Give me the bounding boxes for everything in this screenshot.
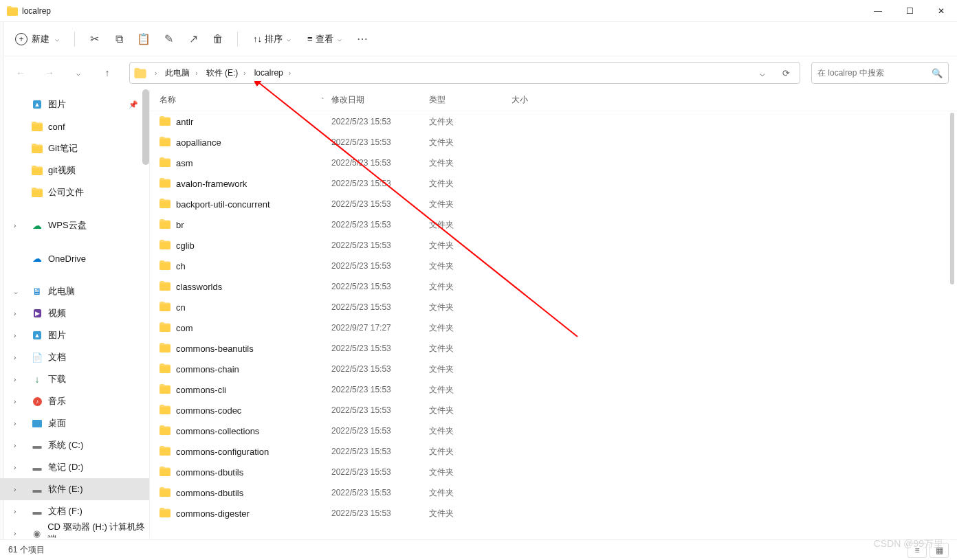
recent-button[interactable]: ⌵ [66,60,91,85]
column-name[interactable]: 名称˄ [160,94,331,106]
item-icon: ▬ [32,484,43,495]
forward-button[interactable]: → [37,60,62,85]
column-date[interactable]: 修改日期 [331,94,429,106]
new-button[interactable]: + 新建 ⌵ [8,29,66,49]
sidebar-onedrive[interactable]: ☁OneDrive [0,247,149,269]
sidebar-label: git视频 [48,164,76,177]
file-type: 文件夹 [429,384,512,396]
sidebar-quick-item[interactable]: Git笔记 [0,137,149,159]
file-row[interactable]: cglib2022/5/23 15:53文件夹 [150,235,957,256]
file-row[interactable]: commons-chain2022/5/23 15:53文件夹 [150,359,957,379]
item-count: 61 个项目 [8,544,45,556]
item-icon [32,143,43,154]
file-type: 文件夹 [429,322,512,334]
sidebar-drive-item[interactable]: ›桌面 [0,412,149,434]
item-icon: ▬ [32,462,43,473]
file-row[interactable]: commons-dbutils2022/5/23 15:53文件夹 [150,482,957,503]
minimize-button[interactable]: — [862,0,894,21]
file-type: 文件夹 [429,116,512,128]
search-box[interactable]: 🔍 [811,62,949,84]
column-size[interactable]: 大小 [512,94,566,106]
folder-icon [134,68,146,78]
address-bar[interactable]: › 此电脑› 软件 (E:)› localrep› ⌵ ⟳ [129,62,800,84]
sidebar-drive-item[interactable]: ›▬文档 (F:) [0,500,149,522]
column-type[interactable]: 类型 [429,94,512,106]
sidebar-wps[interactable]: ›☁WPS云盘 [0,214,149,236]
file-row[interactable]: br2022/5/23 15:53文件夹 [150,214,957,235]
folder-icon [160,405,170,416]
file-row[interactable]: commons-codec2022/5/23 15:53文件夹 [150,400,957,421]
file-name: commons-collections [176,426,259,436]
sidebar-drive-item[interactable]: ›↓下载 [0,368,149,390]
more-button[interactable]: ⋯ [351,28,373,50]
file-scrollbar[interactable] [950,113,954,284]
sidebar-drive-item[interactable]: ›▶视频 [0,302,149,324]
sidebar-drive-item[interactable]: ›♪音乐 [0,390,149,412]
folder-icon [160,281,170,293]
file-row[interactable]: commons-collections2022/5/23 15:53文件夹 [150,421,957,441]
sidebar-drive-item[interactable]: ›◉CD 驱动器 (H:) 计算机终端 [0,522,149,538]
copy-button[interactable]: ⧉ [108,28,130,50]
file-row[interactable]: backport-util-concurrent2022/5/23 15:53文… [150,194,957,214]
sidebar-thispc[interactable]: ⌵🖥此电脑 [0,280,149,302]
sidebar-quick-item[interactable]: ▲图片📌 [0,93,149,115]
share-button[interactable]: ↗ [182,28,204,50]
file-date: 2022/5/23 15:53 [331,220,429,229]
file-row[interactable]: ch2022/5/23 15:53文件夹 [150,256,957,276]
sidebar-quick-item[interactable]: 公司文件 [0,181,149,203]
close-button[interactable]: ✕ [925,0,957,21]
file-row[interactable]: aopalliance2022/5/23 15:53文件夹 [150,132,957,153]
file-date: 2022/9/27 17:27 [331,323,429,333]
view-label: 查看 [316,33,333,45]
sidebar-drive-item[interactable]: ›▬笔记 (D:) [0,456,149,478]
file-row[interactable]: commons-configuration2022/5/23 15:53文件夹 [150,441,957,462]
file-row[interactable]: commons-dbutils2022/5/23 15:53文件夹 [150,462,957,482]
file-row[interactable]: commons-beanutils2022/5/23 15:53文件夹 [150,338,957,359]
folder-icon [160,467,170,478]
back-button[interactable]: ← [8,60,33,85]
sort-button[interactable]: ↑↓ 排序 ⌵ [246,29,298,49]
delete-button[interactable]: 🗑 [207,28,229,50]
chevron-right-icon: › [14,508,16,515]
sidebar-drive-item[interactable]: ›▬系统 (C:) [0,434,149,456]
file-type: 文件夹 [429,302,512,313]
paste-button[interactable]: 📋 [133,28,155,50]
search-input[interactable] [817,68,932,78]
file-name: commons-digester [176,508,250,519]
file-row[interactable]: commons-cli2022/5/23 15:53文件夹 [150,379,957,400]
refresh-button[interactable]: ⟳ [776,63,795,82]
maximize-button[interactable]: ☐ [894,0,925,21]
sidebar-quick-item[interactable]: git视频 [0,159,149,181]
file-row[interactable]: cn2022/5/23 15:53文件夹 [150,297,957,317]
sidebar-label: 文档 [48,351,66,363]
file-row[interactable]: avalon-framework2022/5/23 15:53文件夹 [150,173,957,194]
sort-indicator-icon: ˄ [321,97,324,104]
sidebar-drive-item[interactable]: ›📄文档 [0,346,149,368]
up-button[interactable]: ↑ [95,60,120,85]
file-row[interactable]: commons-digester2022/5/23 15:53文件夹 [150,503,957,524]
chevron-down-icon: ⌵ [338,35,342,43]
cut-button[interactable]: ✂ [83,28,105,50]
sidebar-drive-item[interactable]: ›▲图片 [0,324,149,346]
file-row[interactable]: classworlds2022/5/23 15:53文件夹 [150,276,957,297]
chevron-right-icon: › [14,420,16,427]
folder-icon [160,425,170,437]
sidebar-label: 公司文件 [48,186,84,199]
file-row[interactable]: asm2022/5/23 15:53文件夹 [150,153,957,173]
file-row[interactable]: antlr2022/5/23 15:53文件夹 [150,111,957,132]
rename-button[interactable]: ✎ [157,28,179,50]
breadcrumb-item[interactable]: 软件 (E:)› [204,66,249,80]
file-row[interactable]: com2022/9/27 17:27文件夹 [150,317,957,338]
file-date: 2022/5/23 15:53 [331,158,429,168]
breadcrumb-item[interactable]: 此电脑› [162,66,200,80]
item-icon: ▶ [32,308,43,319]
address-dropdown[interactable]: ⌵ [753,63,772,82]
view-button[interactable]: ≡ 查看 ⌵ [300,29,349,49]
file-name: commons-cli [176,385,226,395]
sidebar-drive-item[interactable]: ›▬软件 (E:) [0,478,149,500]
file-name: aopalliance [176,137,221,148]
file-date: 2022/5/23 15:53 [331,261,429,271]
sidebar-quick-item[interactable]: conf [0,115,149,137]
new-label: 新建 [32,33,50,45]
breadcrumb-item[interactable]: localrep› [252,67,294,79]
